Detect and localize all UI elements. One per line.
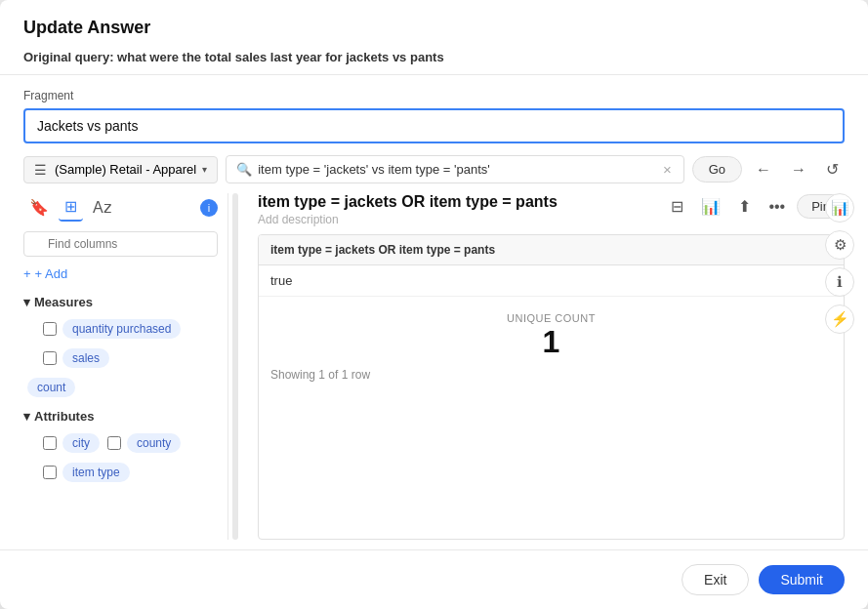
- add-icon: +: [23, 266, 31, 281]
- source-label: (Sample) Retail - Apparel: [55, 162, 196, 177]
- attr-city-checkbox[interactable]: [43, 436, 57, 450]
- attr-item-type-checkbox[interactable]: [43, 466, 57, 479]
- add-description[interactable]: Add description: [258, 213, 558, 226]
- showing-row: Showing 1 of 1 row: [259, 368, 844, 389]
- attributes-section-header[interactable]: ▾ Attributes: [23, 405, 218, 427]
- more-button[interactable]: •••: [763, 194, 791, 220]
- attr-item-county: county: [103, 431, 181, 455]
- side-icons: 📊 ⚙ ℹ ⚡: [825, 193, 854, 334]
- search-icon: 🔍: [236, 162, 252, 177]
- search-field: 🔍 ×: [226, 155, 683, 183]
- table-header-cell: item type = jackets OR item type = pants: [259, 235, 844, 264]
- source-selector[interactable]: ☰ (Sample) Retail - Apparel ▾: [23, 156, 218, 183]
- measures-items: quantity purchased sales: [23, 317, 218, 372]
- result-table: item type = jackets OR item type = pants…: [258, 234, 845, 540]
- measure-sales-chip[interactable]: sales: [62, 348, 109, 368]
- measure-item-sales: sales: [39, 346, 109, 370]
- original-query-text: what were the total sales last year for …: [117, 50, 444, 64]
- measure-quantity-checkbox[interactable]: [43, 322, 57, 336]
- table-header-row: item type = jackets OR item type = pants: [259, 235, 844, 265]
- count-chip[interactable]: count: [27, 378, 75, 397]
- tab-text[interactable]: Aᴢ: [87, 194, 117, 221]
- attributes-label: Attributes: [34, 409, 94, 424]
- undo-button[interactable]: ←: [750, 157, 777, 183]
- original-query-label: Original query:: [23, 50, 113, 64]
- measures-chevron-icon: ▾: [23, 295, 30, 309]
- attr-county-chip[interactable]: county: [127, 433, 181, 453]
- find-columns-wrapper: 🔍: [23, 231, 218, 257]
- refresh-button[interactable]: ↺: [820, 156, 845, 183]
- result-title-section: item type = jackets OR item type = pants…: [258, 193, 558, 226]
- unique-count-label: UNIQUE COUNT: [259, 312, 844, 324]
- table-data-cell: true: [259, 265, 844, 296]
- clear-button[interactable]: ×: [661, 161, 674, 178]
- result-actions: ⊟ 📊 ⬆ ••• Pin: [665, 193, 845, 220]
- attributes-items: city county item type: [23, 431, 218, 486]
- modal-footer: Exit Submit: [0, 549, 868, 609]
- left-panel: 🔖 ⊞ Aᴢ i 🔍 + + Add ▾ Measures: [23, 193, 228, 540]
- fragment-section: Fragment: [0, 75, 868, 143]
- tab-grid[interactable]: ⊞: [59, 193, 83, 222]
- gear-button[interactable]: ⚙: [825, 230, 854, 260]
- unique-count-value: 1: [259, 324, 844, 360]
- measures-label: Measures: [34, 295, 93, 309]
- result-header: item type = jackets OR item type = pants…: [258, 193, 845, 226]
- attr-item-type: item type: [39, 461, 130, 484]
- search-bar-row: ☰ (Sample) Retail - Apparel ▾ 🔍 × Go ← →…: [0, 143, 868, 183]
- fragment-label: Fragment: [23, 89, 845, 102]
- chevron-down-icon: ▾: [202, 164, 207, 175]
- measures-section-header[interactable]: ▾ Measures: [23, 291, 218, 313]
- measure-quantity-chip[interactable]: quantity purchased: [62, 319, 181, 339]
- attr-item-type-chip[interactable]: item type: [62, 463, 130, 482]
- right-panel: item type = jackets OR item type = pants…: [242, 193, 845, 540]
- measure-item-quantity: quantity purchased: [39, 317, 181, 341]
- add-label: + Add: [35, 266, 68, 281]
- modal-header: Update Answer Original query: what were …: [0, 0, 868, 75]
- search-input[interactable]: [258, 162, 655, 177]
- menu-icon: ☰: [34, 162, 47, 178]
- chart-side-button[interactable]: 📊: [825, 193, 854, 223]
- info-badge: i: [200, 199, 218, 217]
- bolt-button[interactable]: ⚡: [825, 304, 854, 334]
- attributes-chevron-icon: ▾: [23, 409, 30, 424]
- view-tabs: 🔖 ⊞ Aᴢ i: [23, 193, 218, 222]
- share-button[interactable]: ⬆: [732, 193, 757, 220]
- attr-city-chip[interactable]: city: [62, 433, 100, 453]
- attr-county-checkbox[interactable]: [107, 436, 121, 450]
- go-button[interactable]: Go: [692, 156, 742, 183]
- exit-button[interactable]: Exit: [682, 564, 749, 595]
- result-title: item type = jackets OR item type = pants: [258, 193, 558, 211]
- find-columns-input[interactable]: [23, 231, 218, 257]
- info-button[interactable]: ℹ: [825, 267, 854, 297]
- tab-bookmark[interactable]: 🔖: [23, 194, 55, 221]
- update-answer-modal: Update Answer Original query: what were …: [0, 0, 868, 609]
- table-data-row: true: [259, 265, 844, 297]
- bar-chart-button[interactable]: 📊: [695, 193, 726, 220]
- drag-handle[interactable]: [232, 193, 238, 540]
- original-query: Original query: what were the total sale…: [23, 50, 845, 64]
- unique-count-section: UNIQUE COUNT 1: [259, 297, 844, 368]
- add-button[interactable]: + + Add: [23, 264, 218, 283]
- fragment-input[interactable]: [23, 108, 845, 143]
- count-row: count: [23, 376, 218, 399]
- table-view-button[interactable]: ⊟: [665, 193, 689, 220]
- redo-button[interactable]: →: [785, 157, 812, 183]
- main-content: 🔖 ⊞ Aᴢ i 🔍 + + Add ▾ Measures: [0, 183, 868, 549]
- modal-title: Update Answer: [23, 18, 845, 38]
- attr-item-city: city: [39, 431, 100, 455]
- measure-sales-checkbox[interactable]: [43, 351, 57, 365]
- submit-button[interactable]: Submit: [759, 565, 845, 594]
